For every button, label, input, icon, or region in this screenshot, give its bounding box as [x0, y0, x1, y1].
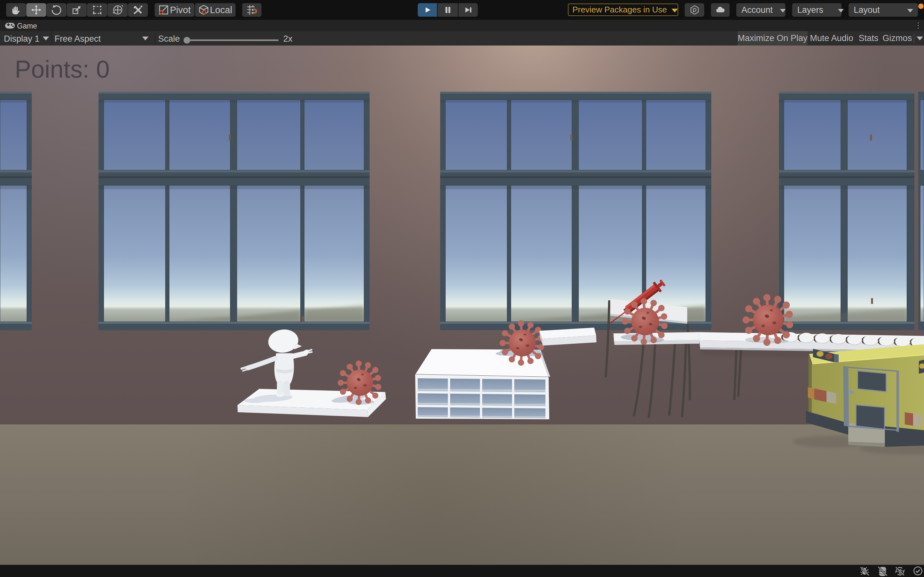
- svg-text:Points: 0: Points: 0: [15, 55, 110, 83]
